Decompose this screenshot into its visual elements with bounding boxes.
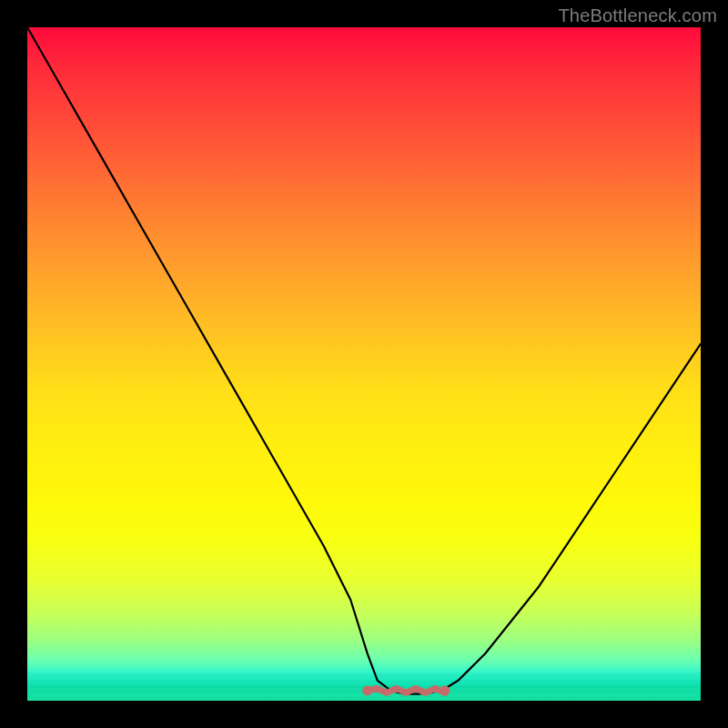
- flat-endpoint-right: [440, 685, 450, 695]
- plot-area: [27, 27, 701, 701]
- bottleneck-curve: [27, 27, 701, 701]
- chart-frame: TheBottleneck.com: [0, 0, 728, 728]
- curve-path: [27, 27, 701, 694]
- watermark-text: TheBottleneck.com: [558, 5, 717, 26]
- flat-segment: [368, 688, 445, 693]
- flat-endpoint-left: [362, 685, 372, 695]
